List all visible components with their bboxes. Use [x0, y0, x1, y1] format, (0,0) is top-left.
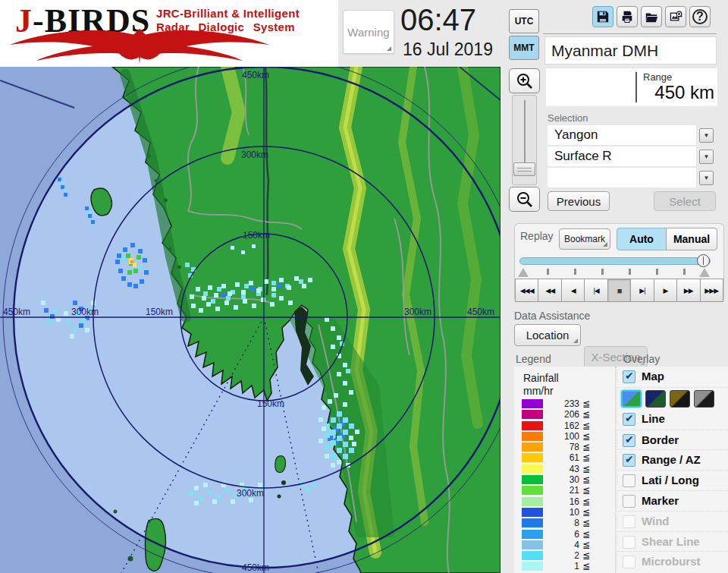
overlay-item-microburst: Microburst: [617, 551, 728, 571]
zoom-slider-handle[interactable]: [513, 162, 535, 176]
open-folder-button[interactable]: [641, 6, 662, 27]
overlay-item-map: Map: [617, 367, 728, 387]
legend-value: 1: [546, 561, 579, 571]
auto-mode-button[interactable]: Auto: [617, 228, 667, 250]
ring-label: 450km: [467, 307, 494, 317]
site-dropdown[interactable]: Yangon: [548, 125, 696, 145]
save-button[interactable]: [592, 6, 613, 27]
map-style-swatch-3[interactable]: [670, 390, 690, 408]
overlay-item-label: Microburst: [642, 555, 701, 568]
legend-rows: 233 ≦ 206 ≦ 162 ≦ 100 ≦ 78 ≦ 61 ≦ 43 ≦ 3…: [520, 398, 611, 572]
overlay-label: Overlay: [623, 353, 660, 365]
play-reverse-button[interactable]: ◀: [561, 279, 585, 302]
warning-button[interactable]: Warning: [343, 10, 394, 54]
overlay-item-marker: Marker: [617, 490, 728, 511]
legend-lte-symbol: ≦: [582, 442, 590, 452]
slider-tick: [629, 269, 631, 275]
step-back-button[interactable]: |◀: [584, 279, 607, 302]
legend-lte-symbol: ≦: [582, 518, 590, 528]
mmt-button[interactable]: MMT: [509, 36, 539, 60]
step-forward-button[interactable]: ▶|: [630, 279, 654, 302]
zoom-slider[interactable]: [512, 95, 537, 185]
legend-row: 78 ≦: [520, 442, 611, 452]
option-dropdown-arrow[interactable]: ▼: [699, 171, 714, 185]
legend-color-swatch: [522, 518, 543, 527]
manual-mode-button[interactable]: Manual: [666, 228, 717, 250]
legend-row: 6 ≦: [520, 529, 611, 540]
previous-button[interactable]: Previous: [548, 191, 610, 211]
overlay-item-label: Shear Line: [642, 535, 700, 548]
legend-row: 233 ≦: [520, 398, 611, 409]
overlay-checkbox[interactable]: [623, 474, 635, 487]
stop-button[interactable]: ■: [607, 279, 631, 302]
legend-row: 8 ≦: [520, 518, 611, 528]
overlay-checkbox[interactable]: [623, 434, 635, 447]
map-checkbox[interactable]: [623, 370, 635, 383]
legend-color-swatch: [522, 508, 543, 517]
replay-slider[interactable]: [519, 257, 711, 265]
overlay-item-shear-line: Shear Line: [617, 531, 728, 552]
overlay-checkbox[interactable]: [623, 413, 635, 426]
chevron-down-icon: ▼: [704, 132, 710, 139]
overlay-item-label: Border: [642, 433, 679, 446]
legend-row: 10 ≦: [520, 507, 611, 518]
capture-button[interactable]: [665, 6, 686, 27]
fastest-rewind-button[interactable]: ◀◀◀: [515, 279, 538, 302]
data-assistance-label: Data Assistance: [514, 310, 590, 322]
overlay-item-label: Marker: [642, 494, 679, 507]
clock-time: 06:47: [400, 3, 499, 37]
range-label: Range: [643, 71, 672, 83]
eagle-icon: [6, 26, 273, 64]
overlay-checkbox[interactable]: [623, 495, 635, 508]
print-button[interactable]: [617, 6, 638, 27]
overlay-item-border: Border: [617, 430, 728, 450]
map-style-swatch-2[interactable]: [645, 390, 666, 408]
overlay-item-label: Wind: [642, 515, 670, 527]
overlay-rows: Line Border Range / AZ Lati / Long Marke…: [617, 409, 728, 571]
legend-title: Rainfall: [523, 372, 559, 384]
toolbar-divider: [543, 33, 717, 34]
legend-lte-symbol: ≦: [582, 507, 590, 518]
ring-label: 300km: [71, 307, 99, 317]
chevron-down-icon: ▼: [704, 153, 710, 160]
legend-lte-symbol: ≦: [582, 409, 590, 420]
option-dropdown[interactable]: [548, 168, 696, 187]
legend-color-swatch: [522, 464, 543, 474]
utc-button[interactable]: UTC: [509, 9, 539, 33]
legend-lte-symbol: ≦: [582, 529, 590, 540]
play-button[interactable]: ▶: [654, 279, 677, 302]
legend-color-swatch: [522, 432, 543, 441]
radar-map[interactable]: 450km 300km 150km 450km 300km 150km 300k…: [0, 67, 500, 573]
legend-value: 100: [546, 431, 579, 442]
site-dropdown-arrow[interactable]: ▼: [699, 128, 714, 143]
legend-lte-symbol: ≦: [582, 561, 590, 571]
help-button[interactable]: ?: [689, 6, 711, 27]
zoom-out-button[interactable]: [509, 187, 540, 212]
map-style-swatch-1[interactable]: [621, 390, 642, 408]
fast-rewind-icon: ◀◀◀: [520, 287, 534, 294]
zoom-in-button[interactable]: [509, 68, 540, 93]
legend-lte-symbol: ≦: [582, 464, 590, 474]
legend-row: 2 ≦: [520, 550, 611, 561]
save-icon: [596, 10, 610, 24]
play-reverse-icon: ◀: [571, 287, 576, 294]
map-style-swatch-4[interactable]: [694, 390, 714, 408]
product-dropdown[interactable]: Surface R: [548, 146, 696, 166]
fast-rewind-button[interactable]: ◀◀: [538, 279, 561, 302]
ring-label: 300km: [241, 150, 268, 160]
bookmark-button[interactable]: Bookmark: [559, 228, 610, 250]
replay-label: Replay: [520, 230, 554, 242]
location-button[interactable]: Location: [514, 324, 581, 346]
fast-forward-button[interactable]: ▶▶: [676, 279, 700, 302]
legend-lte-symbol: ≦: [582, 485, 590, 496]
slider-start-marker: [518, 268, 529, 277]
legend-value: 4: [546, 540, 579, 550]
legend-unit: mm/hr: [523, 385, 554, 397]
selection-label: Selection: [548, 112, 588, 124]
replay-slider-thumb[interactable]: [697, 254, 710, 267]
fastest-forward-button[interactable]: ▶▶▶: [700, 279, 723, 302]
overlay-item-label: Line: [642, 412, 665, 425]
overlay-checkbox[interactable]: [623, 454, 635, 467]
product-dropdown-arrow[interactable]: ▼: [699, 150, 714, 164]
ring-label: 450km: [3, 307, 30, 317]
